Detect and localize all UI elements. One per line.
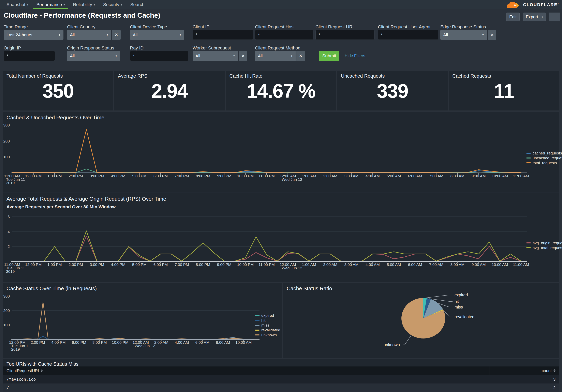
legend-label: unknown [261, 333, 277, 337]
svg-text:10:00 PM: 10:00 PM [237, 174, 254, 178]
legend-swatch [526, 242, 531, 243]
svg-text:3:00 AM: 3:00 AM [344, 263, 358, 267]
clear-filter-button[interactable]: ✕ [112, 30, 121, 40]
select-value: All [443, 33, 448, 37]
legend-item-total-requests[interactable]: total_requests [526, 161, 562, 165]
clear-filter-button[interactable]: ✕ [487, 30, 496, 40]
svg-text:10:00 AM: 10:00 AM [235, 340, 252, 345]
svg-text:300: 300 [3, 123, 10, 127]
svg-text:10:00 AM: 10:00 AM [492, 174, 508, 178]
requests-over-time-chart: 10020030011:00 AMTue Jun 11201912:00 PM1… [3, 112, 559, 193]
legend-label: miss [261, 323, 269, 327]
svg-text:10:00 PM: 10:00 PM [237, 263, 254, 267]
svg-text:9:00 AM: 9:00 AM [472, 174, 486, 178]
cell-uri: / [3, 385, 489, 390]
svg-text:6:00 AM: 6:00 AM [408, 174, 422, 178]
svg-text:4:00 AM: 4:00 AM [175, 340, 189, 345]
filter-input-client-request-user-agent[interactable] [378, 30, 438, 40]
legend-item-miss[interactable]: miss [255, 323, 280, 327]
svg-text:2:00 AM: 2:00 AM [154, 340, 168, 345]
filter-label-client-device-type: Client Device Type [130, 24, 167, 30]
chart-legend: avg_origin_requestsavg_total_requests [526, 241, 562, 250]
cloudflare-logo: CLOUDFLARE’ [505, 0, 559, 9]
stat-card-title: Total Number of Requests [7, 73, 63, 79]
filter-select-time-range[interactable]: Last 24 hours▼ [4, 30, 63, 40]
filter-input-client-request-uri[interactable] [316, 30, 375, 40]
svg-text:3:00 AM: 3:00 AM [344, 174, 358, 178]
chevron-down-icon: ▾ [27, 3, 28, 6]
svg-text:8:00 AM: 8:00 AM [450, 174, 465, 178]
stat-card-cache-hit-rate: Cache Hit Rate14.67 % [226, 71, 336, 110]
svg-text:4: 4 [8, 230, 10, 234]
panel-cache-status-over-time: 10020030012:00 PMTue Jun 1120192:00 PM4:… [3, 283, 282, 358]
legend-label: cached_requests [533, 151, 562, 155]
filter-select-client-country[interactable]: All▼ [67, 30, 111, 40]
chevron-down-icon: ▾ [121, 3, 122, 6]
legend-item-hit[interactable]: hit [255, 318, 280, 323]
nav-item-performance[interactable]: Performance▾ [33, 0, 68, 9]
filter-select-client-request-method[interactable]: All▼ [255, 51, 296, 61]
filter-input-ray-id[interactable] [130, 51, 188, 61]
clear-filter-button[interactable]: ✕ [238, 51, 247, 61]
svg-text:6:00 AM: 6:00 AM [408, 263, 422, 267]
filter-input-client-request-host[interactable] [255, 30, 314, 40]
hide-filters-link[interactable]: Hide Filters [345, 54, 365, 58]
svg-text:6:00 PM: 6:00 PM [72, 340, 86, 345]
table-title: Top URIs with Cache Status Miss [7, 361, 79, 367]
nav-item-snapshot[interactable]: Snapshot▾ [3, 0, 32, 9]
filter-select-client-device-type[interactable]: All▼ [130, 30, 184, 40]
legend-label: hit [261, 318, 265, 323]
svg-text:1:00 AM: 1:00 AM [302, 174, 316, 178]
nav-item-security[interactable]: Security▾ [100, 0, 126, 9]
column-header-count[interactable]: count [489, 367, 559, 375]
legend-item-revalidated[interactable]: revalidated [255, 328, 280, 332]
filter-label-client-country: Client Country [67, 24, 95, 30]
stat-card-title: Average RPS [118, 73, 147, 79]
filter-label-client-ip: Client IP [193, 24, 210, 30]
svg-text:11:00 PM: 11:00 PM [258, 174, 275, 178]
chevron-down-icon: ▼ [104, 34, 108, 36]
select-value: Last 24 hours [7, 33, 32, 37]
brand-text: CLOUDFLARE’ [523, 2, 559, 7]
submit-button[interactable]: Submit [319, 51, 339, 61]
filter-select-edge-response-status[interactable]: All▼ [440, 30, 487, 40]
legend-item-uncached-requests[interactable]: uncached_requests [526, 156, 562, 160]
svg-text:4:00 PM: 4:00 PM [111, 263, 126, 267]
filter-input-client-ip[interactable] [193, 30, 253, 40]
legend-swatch [255, 320, 259, 321]
cache-status-chart: 10020030012:00 PMTue Jun 1120192:00 PM4:… [3, 283, 282, 358]
legend-item-avg-origin-requests[interactable]: avg_origin_requests [526, 241, 562, 245]
svg-text:4:00 PM: 4:00 PM [111, 174, 126, 178]
filter-label-worker-subrequest: Worker Subrequest [193, 46, 231, 51]
column-header-uri[interactable]: ClientRequestURI [3, 369, 489, 373]
legend-item-expired[interactable]: expired [255, 313, 280, 318]
svg-text:2019: 2019 [6, 181, 15, 185]
stat-card-title: Uncached Requests [341, 73, 385, 79]
svg-text:5:00 AM: 5:00 AM [387, 174, 401, 178]
clear-filter-button[interactable]: ✕ [296, 51, 305, 61]
filter-select-origin-response-status[interactable]: All▼ [67, 51, 120, 61]
filter-select-worker-subrequest[interactable]: All▼ [193, 51, 238, 61]
filter-label-origin-ip: Origin IP [4, 46, 21, 51]
legend-item-unknown[interactable]: unknown [255, 333, 280, 337]
stat-card-total-number-of-requests: Total Number of Requests350 [3, 71, 113, 110]
nav-item-reliability[interactable]: Reliability▾ [70, 0, 98, 9]
svg-text:100: 100 [3, 155, 10, 159]
filter-label-ray-id: Ray ID [130, 46, 143, 51]
legend-swatch [255, 325, 259, 326]
chevron-down-icon: ▾ [542, 15, 543, 18]
nav-item-label: Performance [36, 2, 62, 7]
svg-text:5:00 PM: 5:00 PM [132, 174, 147, 178]
svg-text:1:00 PM: 1:00 PM [47, 174, 62, 178]
filter-input-origin-ip[interactable] [4, 51, 55, 61]
legend-label: avg_origin_requests [533, 241, 562, 245]
table-header: ClientRequestURI count [3, 367, 559, 375]
legend-item-cached-requests[interactable]: cached_requests [526, 151, 562, 155]
nav-item-search[interactable]: Search [127, 0, 148, 9]
legend-item-avg-total-requests[interactable]: avg_total_requests [526, 246, 562, 250]
svg-text:2:00 PM: 2:00 PM [31, 340, 45, 345]
svg-text:8:00 PM: 8:00 PM [196, 174, 210, 178]
select-value: All [70, 33, 75, 37]
select-value: All [195, 54, 200, 58]
svg-text:2019: 2019 [11, 347, 20, 351]
